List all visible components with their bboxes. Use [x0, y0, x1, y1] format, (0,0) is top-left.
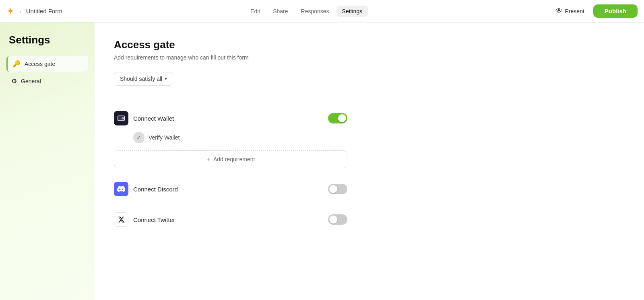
add-requirement-button[interactable]: + Add requirement: [114, 150, 347, 168]
tab-share[interactable]: Share: [267, 6, 293, 17]
topnav-right: 👁 Present Publish: [551, 4, 638, 18]
divider: [114, 97, 625, 97]
add-requirement-label: Add requirement: [213, 156, 255, 162]
gate-twitter-section: Connect Twitter: [114, 208, 625, 231]
main-content: Access gate Add requirements to manage w…: [95, 23, 644, 300]
wallet-icon: [114, 111, 128, 125]
connect-wallet-label: Connect Wallet: [133, 115, 323, 122]
sidebar-item-general-label: General: [21, 78, 41, 84]
key-icon: 🔑: [12, 60, 21, 68]
main-layout: Settings 🔑 Access gate ⚙ General Access …: [0, 23, 644, 300]
verify-wallet-label: Verify Wallet: [149, 134, 180, 141]
satisfy-dropdown[interactable]: Should satisfy all ▾: [114, 72, 173, 86]
form-title: Untitled Form: [26, 8, 62, 14]
page-description: Add requirements to manage who can fill …: [114, 54, 625, 61]
verify-wallet-item: ✓ Verify Wallet: [114, 129, 347, 146]
gate-wallet-item: Connect Wallet: [114, 107, 347, 129]
discord-icon: [114, 182, 128, 196]
twitter-icon: [114, 212, 128, 227]
sidebar-item-general[interactable]: ⚙ General: [6, 73, 88, 89]
gear-icon: ⚙: [11, 77, 17, 85]
wallet-toggle[interactable]: [328, 113, 347, 123]
tab-settings[interactable]: Settings: [336, 6, 368, 17]
plus-icon: +: [206, 156, 210, 163]
discord-toggle[interactable]: [328, 184, 347, 194]
chevron-down-icon: ▾: [165, 76, 167, 82]
gate-discord-section: Connect Discord: [114, 178, 625, 200]
logo-icon[interactable]: ✦: [6, 6, 14, 17]
present-label: Present: [565, 8, 584, 14]
topnav: ✦ › Untitled Form Edit Share Responses S…: [0, 0, 644, 23]
nav-tabs: Edit Share Responses Settings: [245, 6, 368, 17]
gate-discord-item: Connect Discord: [114, 178, 347, 200]
sidebar: Settings 🔑 Access gate ⚙ General: [0, 23, 95, 300]
sidebar-heading: Settings: [6, 34, 88, 46]
twitter-toggle[interactable]: [328, 214, 347, 225]
connect-discord-label: Connect Discord: [133, 186, 323, 193]
page-title: Access gate: [114, 39, 625, 51]
sidebar-item-access-gate-label: Access gate: [25, 61, 55, 67]
satisfy-label: Should satisfy all: [120, 76, 162, 82]
sidebar-item-access-gate[interactable]: 🔑 Access gate: [6, 56, 88, 72]
tab-edit[interactable]: Edit: [245, 6, 266, 17]
connect-twitter-label: Connect Twitter: [133, 216, 323, 223]
gate-twitter-item: Connect Twitter: [114, 208, 347, 231]
breadcrumb-chevron: ›: [19, 8, 21, 14]
verify-icon: ✓: [133, 132, 144, 143]
present-button[interactable]: 👁 Present: [551, 4, 589, 18]
eye-icon: 👁: [555, 7, 563, 15]
svg-point-3: [122, 118, 123, 119]
publish-button[interactable]: Publish: [593, 4, 638, 18]
gate-wallet-section: Connect Wallet ✓ Verify Wallet + Add req…: [114, 107, 625, 168]
tab-responses[interactable]: Responses: [295, 6, 335, 17]
